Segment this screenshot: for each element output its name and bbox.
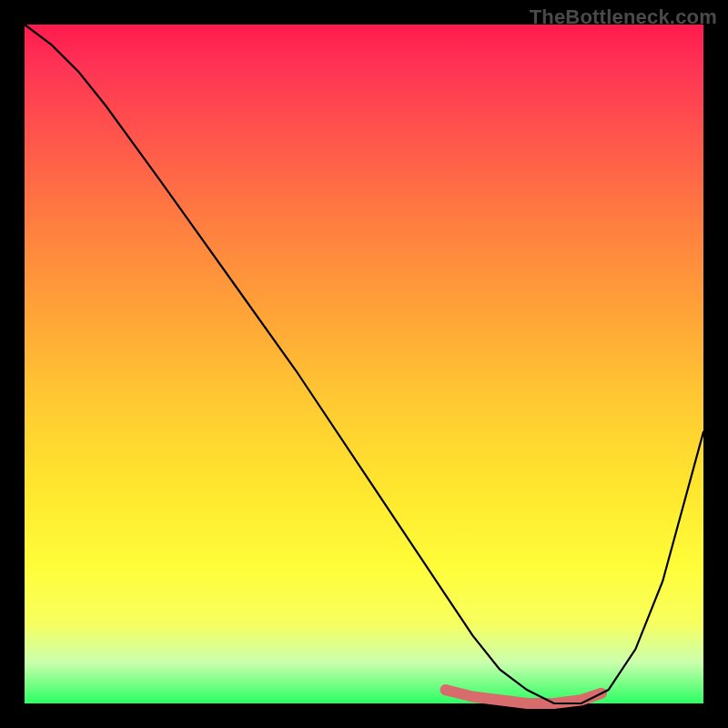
bottleneck-curve-line	[25, 25, 703, 703]
chart-plot-area	[25, 25, 703, 703]
chart-svg	[25, 25, 703, 703]
watermark-text: TheBottleneck.com	[530, 5, 717, 29]
bottleneck-minimum-accent	[446, 690, 602, 703]
